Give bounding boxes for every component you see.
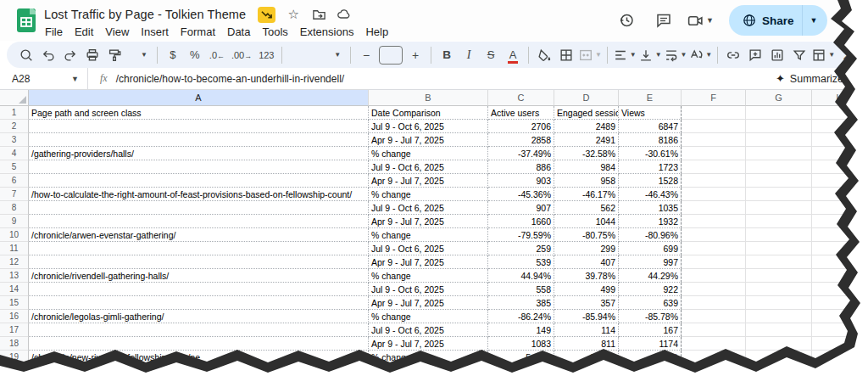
column-header-D[interactable]: D [554, 90, 619, 106]
cell-E8[interactable]: 1035 [619, 201, 682, 215]
cell-D18[interactable]: 811 [554, 337, 619, 351]
select-all-corner[interactable] [0, 90, 29, 106]
cell-G11[interactable] [746, 242, 812, 255]
cell-D8[interactable]: 562 [554, 201, 619, 215]
cell-F3[interactable] [682, 133, 746, 147]
cell-E7[interactable]: -46.43% [619, 188, 682, 201]
share-button[interactable]: Share ▼ [729, 5, 827, 36]
cell-G19[interactable] [746, 351, 812, 364]
menu-format[interactable]: Format [175, 24, 221, 40]
insert-comment-button[interactable] [745, 45, 765, 65]
star-icon[interactable]: ☆ [286, 7, 301, 22]
cell-B16[interactable]: % change [369, 310, 488, 323]
menu-help[interactable]: Help [359, 24, 394, 40]
cell-D4[interactable]: -32.58% [554, 147, 619, 160]
cell-F15[interactable] [682, 296, 746, 310]
share-options-caret[interactable]: ▼ [803, 5, 827, 36]
move-folder-icon[interactable] [311, 7, 326, 22]
cell-D14[interactable]: 499 [554, 283, 619, 296]
cell-E1[interactable]: Views [619, 106, 682, 120]
row-header-11[interactable]: 11 [0, 242, 29, 255]
row-header-3[interactable]: 3 [0, 133, 29, 147]
cell-B8[interactable]: Jul 9 - Oct 6, 2025 [369, 201, 488, 215]
gemini-sparkle-icon[interactable]: ✦ [841, 11, 854, 31]
cell-G14[interactable] [746, 283, 812, 296]
video-call-button[interactable]: ▼ [687, 12, 714, 30]
cell-F17[interactable] [682, 323, 746, 337]
cell-G6[interactable] [746, 174, 812, 188]
row-header-18[interactable]: 18 [0, 337, 29, 351]
cell-E11[interactable]: 699 [619, 242, 682, 255]
cell-F5[interactable] [682, 160, 746, 174]
text-wrap-button[interactable]: ▼ [664, 45, 687, 65]
undo-button[interactable] [38, 45, 58, 65]
cell-E15[interactable]: 639 [619, 296, 682, 310]
cell-F18[interactable] [682, 337, 746, 351]
column-header-A[interactable]: A [29, 90, 369, 106]
name-box[interactable]: A28 ▼ [0, 68, 88, 89]
cell-C13[interactable]: 44.94% [488, 269, 554, 283]
cell-D12[interactable]: 407 [554, 255, 619, 269]
cell-E14[interactable]: 922 [619, 283, 682, 296]
cell-C17[interactable]: 149 [488, 323, 554, 337]
cloud-status-icon[interactable] [337, 7, 352, 22]
cell-A8[interactable] [29, 201, 369, 215]
cell-G17[interactable] [746, 323, 812, 337]
cell-A6[interactable] [29, 174, 369, 188]
cell-B17[interactable]: Jul 9 - Oct 6, 2025 [369, 323, 488, 337]
column-header-H[interactable]: H [812, 90, 868, 106]
cell-D2[interactable]: 2489 [554, 120, 619, 133]
row-header-13[interactable]: 13 [0, 269, 29, 283]
cell-F11[interactable] [682, 242, 746, 255]
cell-H13[interactable] [812, 269, 868, 283]
cell-D15[interactable]: 357 [554, 296, 619, 310]
cell-F4[interactable] [682, 147, 746, 160]
cell-B6[interactable]: Apr 9 - Jul 7, 2025 [369, 174, 488, 188]
cell-E16[interactable]: -85.78% [619, 310, 682, 323]
cell-B2[interactable]: Jul 9 - Oct 6, 2025 [369, 120, 488, 133]
text-rotation-button[interactable]: ▼ [688, 45, 712, 65]
cell-H17[interactable] [812, 323, 868, 337]
cell-F2[interactable] [682, 120, 746, 133]
cell-H12[interactable] [812, 255, 868, 269]
cell-E3[interactable]: 8186 [619, 133, 682, 147]
cell-G18[interactable] [746, 337, 812, 351]
row-header-1[interactable]: 1 [0, 106, 29, 120]
currency-button[interactable]: $ [163, 45, 183, 65]
cell-D7[interactable]: -46.17% [554, 188, 619, 201]
cell-C15[interactable]: 385 [488, 296, 554, 310]
row-header-15[interactable]: 15 [0, 296, 29, 310]
cell-C16[interactable]: -86.24% [488, 310, 554, 323]
row-header-12[interactable]: 12 [0, 255, 29, 269]
cell-H15[interactable] [812, 296, 868, 310]
horizontal-align-button[interactable]: ▼ [613, 45, 637, 65]
cell-H1[interactable] [812, 106, 868, 120]
cell-G10[interactable] [746, 228, 812, 242]
cell-C6[interactable]: 903 [488, 174, 554, 188]
cell-A13[interactable]: /chronicle/rivendell-gathering-halls/ [29, 269, 369, 283]
row-header-16[interactable]: 16 [0, 310, 29, 323]
cell-F13[interactable] [682, 269, 746, 283]
cell-B3[interactable]: Apr 9 - Jul 7, 2025 [369, 133, 488, 147]
strikethrough-button[interactable]: S [481, 45, 501, 65]
row-header-7[interactable]: 7 [0, 188, 29, 201]
cell-H7[interactable] [812, 188, 868, 201]
row-header-2[interactable]: 2 [0, 120, 29, 133]
cell-G3[interactable] [746, 133, 812, 147]
cell-A4[interactable]: /gathering-providers/halls/ [29, 147, 369, 160]
cell-F14[interactable] [682, 283, 746, 296]
functions-sigma-button[interactable]: Σ [837, 45, 857, 65]
cell-H14[interactable] [812, 283, 868, 296]
cell-C11[interactable]: 259 [488, 242, 554, 255]
merge-cells-button[interactable]: ▼ [578, 45, 602, 65]
menu-file[interactable]: File [39, 24, 69, 40]
cell-B10[interactable]: % change [369, 228, 488, 242]
cell-C9[interactable]: 1660 [488, 215, 554, 228]
cell-G13[interactable] [746, 269, 812, 283]
cell-C10[interactable]: -79.59% [488, 228, 554, 242]
decrease-font-size-button[interactable]: − [356, 45, 376, 65]
cell-A17[interactable] [29, 323, 369, 337]
cell-D3[interactable]: 2491 [554, 133, 619, 147]
document-title[interactable]: Lost Traffic by Page - Tolkien Theme [44, 8, 246, 21]
cell-G9[interactable] [746, 215, 812, 228]
